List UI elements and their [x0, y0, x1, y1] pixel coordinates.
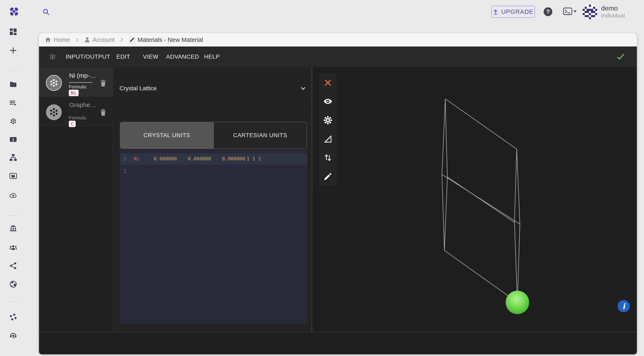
support-headset-icon[interactable]	[9, 331, 17, 339]
basis-flags: 1 1 1	[246, 156, 261, 162]
web-globe-icon[interactable]	[9, 280, 17, 288]
materials-dots-icon	[49, 53, 56, 60]
console-menu-button[interactable]	[563, 7, 577, 16]
visibility-eye-icon[interactable]	[323, 97, 332, 106]
basis-y: 0.000000	[188, 156, 211, 162]
breadcrumb-label: Materials - New Material	[138, 36, 203, 43]
editor-active-line	[120, 154, 307, 164]
delete-icon[interactable]	[100, 109, 106, 116]
create-new-icon[interactable]	[9, 46, 17, 54]
media-icon[interactable]	[9, 172, 17, 180]
settings-gear-icon[interactable]	[323, 116, 332, 125]
mat3ra-app: UPGRADE ? demo Individual	[0, 0, 644, 356]
breadcrumb-current[interactable]: Materials - New Material	[129, 36, 203, 43]
basis-z: 0.000000	[222, 156, 245, 162]
menu-input-output[interactable]: INPUT/OUTPUT	[66, 46, 110, 67]
workflows-icon[interactable]	[9, 154, 17, 162]
unit-cell-wireframe	[312, 67, 637, 332]
delete-icon[interactable]	[100, 80, 106, 87]
material-item-ni[interactable]: Ni (mp-… Formula: Ni	[39, 67, 113, 97]
menu-view[interactable]: VIEW	[143, 46, 158, 67]
materials-list: Ni (mp-… Formula: Ni Graphe… Formula:	[39, 67, 113, 332]
upload-arrow-icon	[493, 8, 498, 15]
sort-arrows-icon[interactable]	[323, 153, 332, 162]
edit-pencil-icon	[129, 37, 135, 43]
breadcrumb-home[interactable]: Home	[45, 36, 70, 43]
material-name[interactable]: Graphe…	[69, 101, 96, 109]
chevron-right-icon	[76, 37, 78, 42]
formula-badge: Ni	[69, 90, 78, 96]
chevron-down-icon[interactable]	[300, 85, 306, 92]
tab-cartesian-units[interactable]: CARTESIAN UNITS	[214, 122, 307, 149]
breadcrumb: Home Account Materials - New Material	[39, 33, 637, 46]
material-name-underline	[69, 82, 92, 83]
formula-label: Formula:	[69, 84, 87, 90]
materials-icon[interactable]	[9, 117, 17, 125]
material-item-graphene[interactable]: Graphe… Formula: C	[39, 97, 113, 126]
breadcrumb-label: Account	[92, 36, 114, 43]
upgrade-button[interactable]: UPGRADE	[492, 6, 535, 18]
menubar: INPUT/OUTPUT EDIT VIEW ADVANCED HELP	[39, 46, 637, 67]
close-icon[interactable]	[323, 78, 332, 87]
default-entity-icon[interactable]: 1	[9, 136, 17, 144]
formula-badge: C	[69, 121, 76, 127]
breadcrumb-label: Home	[54, 36, 70, 43]
viewer-toolbar	[319, 73, 337, 186]
atom-sphere-ni[interactable]	[506, 291, 529, 314]
organization-icon[interactable]	[9, 224, 17, 232]
menu-advanced[interactable]: ADVANCED	[166, 46, 199, 67]
user-plan: Individual	[601, 12, 625, 19]
menu-edit[interactable]: EDIT	[116, 46, 130, 67]
editor-window: Home Account Materials - New Material	[39, 33, 637, 354]
menu-help[interactable]: HELP	[204, 46, 220, 67]
info-button[interactable]: i	[618, 300, 630, 312]
line-number: 2	[124, 169, 126, 174]
person-icon	[84, 37, 90, 43]
home-icon	[45, 37, 51, 43]
search-icon[interactable]	[42, 8, 50, 15]
svg-text:1: 1	[12, 138, 14, 142]
saved-check-icon[interactable]	[617, 53, 624, 60]
app-sidebar: 1	[0, 23, 21, 356]
sidebar-divider	[8, 215, 18, 216]
section-divider	[113, 106, 312, 106]
edit-pencil-icon[interactable]	[323, 172, 332, 181]
material-name[interactable]: Ni (mp-…	[69, 72, 96, 79]
structure-viewer[interactable]: i	[312, 67, 637, 332]
user-menu[interactable]: demo Individual	[601, 4, 625, 19]
upgrade-label: UPGRADE	[501, 8, 534, 15]
formula-label: Formula:	[69, 115, 87, 121]
basis-code-editor[interactable]: 1 Ni 0.000000 0.000000 0.000000 1 1 1 2	[120, 150, 307, 324]
breadcrumb-account[interactable]: Account	[84, 36, 114, 43]
bottom-bar	[39, 332, 637, 354]
help-center-icon[interactable]	[9, 313, 17, 321]
line-number: 1	[124, 156, 126, 162]
dashboard-icon[interactable]	[9, 28, 17, 36]
measure-ruler-icon[interactable]	[323, 135, 332, 144]
projects-folder-icon[interactable]	[9, 80, 17, 88]
units-tabs: CRYSTAL UNITS CARTESIAN UNITS	[120, 122, 307, 149]
cloud-upload-icon[interactable]	[9, 191, 17, 199]
sidebar-divider	[8, 71, 18, 71]
material-avatar	[46, 104, 62, 120]
material-avatar	[46, 75, 62, 91]
help-button[interactable]: ?	[544, 7, 552, 16]
chevron-down-icon	[574, 10, 576, 12]
user-name: demo	[601, 4, 625, 12]
basis-element: Ni	[134, 156, 140, 162]
tab-crystal-units[interactable]: CRYSTAL UNITS	[120, 122, 214, 149]
jobs-icon[interactable]	[9, 99, 17, 107]
inspector-panel: Crystal Lattice Crystal Basis CRYSTAL UN…	[113, 67, 312, 332]
chevron-right-icon	[120, 37, 123, 42]
share-icon[interactable]	[9, 262, 17, 270]
basis-x: 0.000000	[154, 156, 177, 162]
info-label: i	[622, 302, 625, 311]
team-icon[interactable]	[9, 244, 17, 252]
user-avatar[interactable]	[582, 4, 598, 20]
app-logo-icon[interactable]	[10, 7, 18, 16]
sidebar-divider	[8, 302, 18, 302]
section-title-crystal-lattice: Crystal Lattice	[120, 85, 156, 92]
editor-content: Ni (mp-… Formula: Ni Graphe… Formula:	[39, 67, 637, 332]
